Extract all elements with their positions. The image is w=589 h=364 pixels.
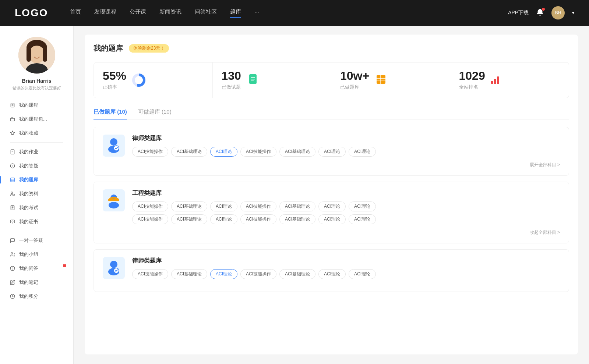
- qa-icon: ?: [10, 163, 15, 169]
- stat-label-2: 已做试题: [222, 84, 241, 90]
- nav-question-bank[interactable]: 题库: [230, 8, 241, 18]
- sidebar-item-qa[interactable]: ? 我的答疑: [4, 159, 70, 173]
- sidebar-item-material[interactable]: 我的资料: [4, 187, 70, 201]
- stat-value-2: 130: [222, 70, 241, 82]
- sidebar-item-label: 我的课程包...: [19, 116, 47, 122]
- tag-1-1[interactable]: ACI基础理论: [171, 147, 207, 157]
- tag-1-6[interactable]: ACI理论: [349, 147, 376, 157]
- tag-2-3[interactable]: ACI技能操作: [240, 201, 276, 211]
- stat-value-3: 10w+: [340, 70, 369, 82]
- svg-rect-37: [377, 75, 385, 84]
- qbank-content-3: 律师类题库 ACI技能操作 ACI基础理论 ACI理论 ACI技能操作 ACI基…: [132, 257, 376, 279]
- qbank-tags-3: ACI技能操作 ACI基础理论 ACI理论 ACI技能操作 ACI基础理论 AC…: [132, 269, 376, 279]
- sidebar-item-notes[interactable]: 我的笔记: [4, 275, 70, 289]
- qbank-card-2: 工程类题库 ACI技能操作 ACI基础理论 ACI理论 ACI技能操作 ACI基…: [94, 182, 569, 243]
- tag-2-6[interactable]: ACI理论: [349, 201, 376, 211]
- nav-home[interactable]: 首页: [70, 8, 81, 18]
- sidebar: Brian Harris 错误的决定比没有决定要好 我的课程 我的课程包... …: [0, 26, 74, 364]
- svg-point-27: [12, 221, 13, 222]
- tag-1-4[interactable]: ACI基础理论: [279, 147, 315, 157]
- sidebar-item-label: 一对一答疑: [19, 237, 43, 244]
- tag-2b-6[interactable]: ACI理论: [349, 214, 376, 224]
- nav-open-course[interactable]: 公开课: [130, 8, 146, 18]
- page-title: 我的题库: [94, 43, 123, 53]
- sidebar-item-course[interactable]: 我的课程: [4, 98, 70, 112]
- sidebar-item-points[interactable]: 我的积分: [4, 289, 70, 303]
- sidebar-item-label: 我的答疑: [19, 163, 38, 169]
- sidebar-item-package[interactable]: 我的课程包...: [4, 112, 70, 126]
- sidebar-item-group[interactable]: 我的小组: [4, 247, 70, 261]
- qbank-card-3: 律师类题库 ACI技能操作 ACI基础理论 ACI理论 ACI技能操作 ACI基…: [94, 249, 569, 292]
- qbank-content-2: 工程类题库 ACI技能操作 ACI基础理论 ACI理论 ACI技能操作 ACI基…: [132, 189, 560, 224]
- svg-point-41: [110, 138, 117, 146]
- chart-icon: [491, 76, 499, 84]
- tag-1-2[interactable]: ACI理论: [210, 147, 237, 157]
- tag-2b-5[interactable]: ACI理论: [318, 214, 346, 224]
- sidebar-item-one-on-one[interactable]: 一对一答疑: [4, 233, 70, 247]
- qbank-tags-1: ACI技能操作 ACI基础理论 ACI理论 ACI技能操作 ACI基础理论 AC…: [132, 147, 376, 157]
- notification-bell[interactable]: [536, 8, 544, 18]
- tag-3-3[interactable]: ACI技能操作: [240, 269, 276, 279]
- tab-done-banks[interactable]: 已做题库 (10): [94, 108, 127, 119]
- tag-2b-4[interactable]: ACI基础理论: [279, 214, 315, 224]
- tag-1-3[interactable]: ACI技能操作: [240, 147, 276, 157]
- sidebar-item-label: 我的作业: [19, 149, 38, 155]
- collapse-btn-2[interactable]: 收起全部科目 >: [530, 229, 560, 236]
- tag-2-0[interactable]: ACI技能操作: [132, 201, 168, 211]
- package-icon: [10, 116, 15, 122]
- expand-btn-1[interactable]: 展开全部科目 >: [530, 162, 560, 168]
- tag-2b-1[interactable]: ACI基础理论: [171, 214, 207, 224]
- tag-3-6[interactable]: ACI理论: [349, 269, 376, 279]
- user-avatar[interactable]: BH: [551, 6, 565, 19]
- tab-available-banks[interactable]: 可做题库 (10): [138, 108, 172, 119]
- qbank-icon-engineer: [103, 189, 125, 211]
- svg-rect-9: [11, 118, 15, 121]
- note-icon: [10, 279, 15, 285]
- nav-more[interactable]: ···: [254, 8, 259, 18]
- page-header: 我的题库 体验剩余23天！: [94, 43, 569, 53]
- nav-qa[interactable]: 问答社区: [195, 8, 217, 18]
- qbank-content-1: 律师类题库 ACI技能操作 ACI基础理论 ACI理论 ACI技能操作 ACI基…: [132, 135, 376, 157]
- qbank-card-1: 律师类题库 ACI技能操作 ACI基础理论 ACI理论 ACI技能操作 ACI基…: [94, 127, 569, 176]
- sidebar-item-cert[interactable]: 我的证书: [4, 215, 70, 229]
- sidebar-item-label: 我的小组: [19, 251, 38, 258]
- qbank-footer-2: 收起全部科目 >: [103, 229, 560, 236]
- nav-discover[interactable]: 发现课程: [94, 8, 116, 18]
- tag-2b-3[interactable]: ACI技能操作: [240, 214, 276, 224]
- tag-3-4[interactable]: ACI基础理论: [279, 269, 315, 279]
- tag-3-2[interactable]: ACI理论: [210, 269, 237, 279]
- tag-1-5[interactable]: ACI理论: [318, 147, 346, 157]
- tag-2-5[interactable]: ACI理论: [318, 201, 346, 211]
- logo[interactable]: LOGO: [15, 7, 48, 19]
- svg-point-2: [29, 46, 45, 63]
- sidebar-item-label: 我的积分: [19, 293, 38, 300]
- stat-site-rank: 1029 全站排名: [450, 63, 569, 98]
- main-layout: Brian Harris 错误的决定比没有决定要好 我的课程 我的课程包... …: [0, 26, 589, 364]
- stat-done-questions: 130 已做试题: [213, 63, 332, 98]
- qbank-icon-lawyer-1: [103, 135, 125, 157]
- question-icon: [10, 265, 15, 271]
- tag-2-2[interactable]: ACI理论: [210, 201, 237, 211]
- sidebar-divider: [10, 142, 63, 143]
- stat-value-1: 55%: [103, 70, 126, 82]
- sidebar-item-homework[interactable]: 我的作业: [4, 145, 70, 159]
- sidebar-item-questions[interactable]: 我的问答: [4, 261, 70, 275]
- nav-news[interactable]: 新闻资讯: [159, 8, 181, 18]
- sidebar-item-favorites[interactable]: 我的收藏: [4, 126, 70, 140]
- sidebar-item-exam[interactable]: 我的考试: [4, 201, 70, 215]
- navbar-right: APP下载 BH ▾: [508, 6, 574, 19]
- tag-2-1[interactable]: ACI基础理论: [171, 201, 207, 211]
- tag-2b-2[interactable]: ACI理论: [210, 214, 237, 224]
- tag-3-1[interactable]: ACI基础理论: [171, 269, 207, 279]
- tag-2b-0[interactable]: ACI技能操作: [132, 214, 168, 224]
- course-icon: [10, 102, 15, 108]
- tag-1-0[interactable]: ACI技能操作: [132, 147, 168, 157]
- main-content: 我的题库 体验剩余23天！ 55% 正确率: [74, 26, 589, 364]
- sidebar-item-qbank[interactable]: 我的题库: [4, 173, 70, 187]
- sidebar-item-label: 我的收藏: [19, 130, 38, 136]
- tag-2-4[interactable]: ACI基础理论: [279, 201, 315, 211]
- tag-3-5[interactable]: ACI理论: [318, 269, 346, 279]
- user-menu-chevron[interactable]: ▾: [572, 10, 574, 15]
- tag-3-0[interactable]: ACI技能操作: [132, 269, 168, 279]
- app-download-btn[interactable]: APP下载: [508, 10, 529, 16]
